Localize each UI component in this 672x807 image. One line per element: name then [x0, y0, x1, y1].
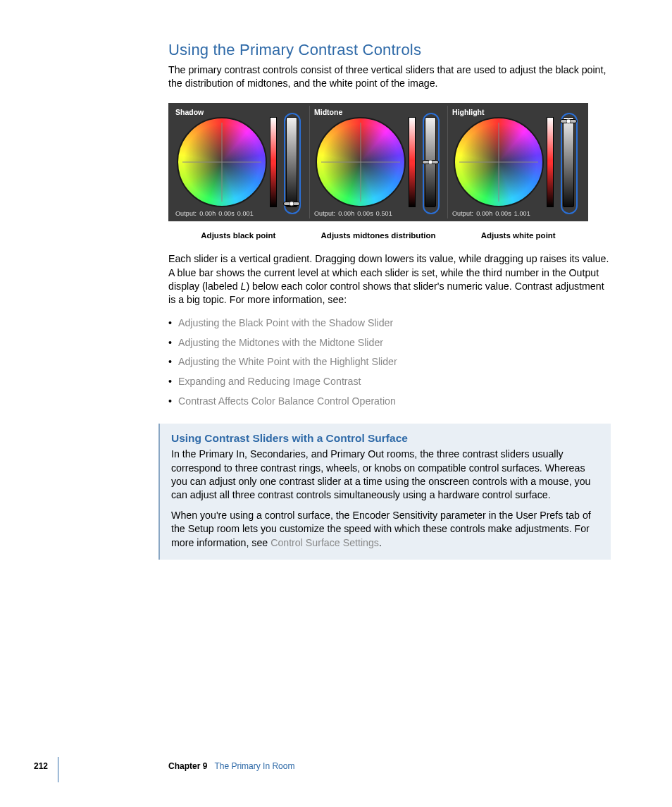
- sidebar-title: Using Contrast Sliders with a Control Su…: [171, 432, 599, 445]
- footer-divider: [58, 757, 58, 782]
- panel-label: Midtone: [314, 108, 342, 116]
- chapter-name: The Primary In Room: [214, 761, 294, 771]
- contrast-panel-midtone: MidtoneOutput:0.00h0.00s0.501: [309, 106, 447, 218]
- list-item: Adjusting the White Point with the Highl…: [168, 352, 610, 372]
- contrast-panel-highlight: HighlightOutput:0.00h0.00s1.001: [447, 106, 585, 218]
- output-display: Output:0.00h0.00s1.001: [452, 210, 530, 217]
- list-item: Contrast Affects Color Balance Control O…: [168, 392, 610, 412]
- sidebar-p2b: .: [379, 537, 382, 548]
- contrast-slider[interactable]: [421, 114, 441, 213]
- color-balance-wheel[interactable]: [177, 117, 267, 207]
- color-balance-wheel[interactable]: [316, 117, 406, 207]
- contrast-slider[interactable]: [559, 114, 579, 213]
- slider-handle[interactable]: [422, 160, 439, 164]
- panel-label: Shadow: [175, 108, 204, 116]
- sidebar-note: Using Contrast Sliders with a Control Su…: [158, 424, 611, 559]
- chapter-label: Chapter 9: [168, 761, 207, 771]
- figure-caption: Adjusts white point: [448, 231, 588, 240]
- figure-captions: Adjusts black pointAdjusts midtones dist…: [168, 231, 588, 240]
- list-item: Adjusting the Black Point with the Shado…: [168, 314, 610, 333]
- cross-reference-link[interactable]: Adjusting the Black Point with the Shado…: [178, 317, 393, 328]
- sidebar-p2: When you're using a control surface, the…: [171, 509, 599, 550]
- figure-caption: Adjusts midtones distribution: [309, 231, 449, 240]
- output-display: Output:0.00h0.00s0.001: [175, 210, 254, 217]
- section-heading: Using the Primary Contrast Controls: [168, 41, 610, 59]
- page-number: 212: [34, 761, 48, 771]
- list-item: Expanding and Reducing Image Contrast: [168, 372, 610, 392]
- cross-reference-link[interactable]: Adjusting the White Point with the Highl…: [178, 356, 397, 367]
- intro-paragraph: The primary contrast controls consist of…: [168, 63, 610, 90]
- intensity-strip: [547, 117, 554, 207]
- slider-handle[interactable]: [560, 119, 577, 123]
- intensity-strip: [270, 117, 277, 207]
- sidebar-p1: In the Primary In, Secondaries, and Prim…: [171, 448, 599, 502]
- cross-reference-link[interactable]: Adjusting the Midtones with the Midtone …: [178, 337, 383, 348]
- list-item: Adjusting the Midtones with the Midtone …: [168, 333, 610, 353]
- contrast-slider[interactable]: [282, 114, 302, 213]
- cross-reference-link[interactable]: Contrast Affects Color Balance Control O…: [178, 395, 396, 407]
- intensity-strip: [409, 117, 416, 207]
- cross-reference-link[interactable]: Expanding and Reducing Image Contrast: [178, 376, 361, 387]
- contrast-panel-shadow: ShadowOutput:0.00h0.00s0.001: [171, 106, 309, 218]
- output-display: Output:0.00h0.00s0.501: [314, 210, 392, 217]
- panel-label: Highlight: [452, 108, 485, 116]
- slider-handle[interactable]: [283, 202, 300, 206]
- page-footer: 212 Chapter 9 The Primary In Room: [34, 757, 294, 775]
- figure-caption: Adjusts black point: [168, 231, 309, 240]
- info-links-list: Adjusting the Black Point with the Shado…: [168, 314, 610, 411]
- explanation-paragraph: Each slider is a vertical gradient. Drag…: [168, 252, 610, 307]
- control-surface-settings-link[interactable]: Control Surface Settings: [270, 537, 379, 548]
- slider-track: [563, 117, 574, 207]
- color-balance-wheel[interactable]: [454, 117, 544, 207]
- slider-track: [286, 117, 297, 207]
- contrast-controls-figure: ShadowOutput:0.00h0.00s0.001MidtoneOutpu…: [168, 103, 588, 221]
